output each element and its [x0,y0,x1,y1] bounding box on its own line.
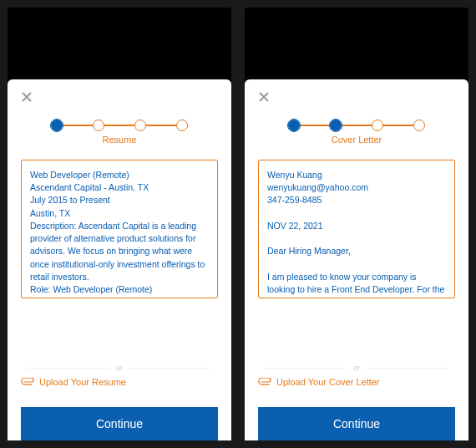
step-dot-3[interactable] [372,120,383,131]
close-button[interactable] [21,91,33,103]
step-line [342,125,372,126]
stepper [21,120,218,131]
step-dot-3[interactable] [134,120,146,131]
step-line [146,125,176,126]
coverletter-textarea[interactable]: Wenyu Kuang wenyukuang@yahoo.com 347-259… [258,160,455,298]
step-dot-2[interactable] [93,120,104,131]
attachment-icon [258,378,271,386]
step-dot-1[interactable] [51,120,63,131]
close-button[interactable] [258,91,270,103]
stepper [258,120,455,131]
step-dot-1[interactable] [288,120,300,131]
step-line [300,125,330,126]
phone-right: Cover Letter Wenyu Kuang wenyukuang@yaho… [245,8,468,440]
step-label: Cover Letter [258,135,455,145]
continue-button[interactable]: Continue [258,407,455,440]
step-dot-4[interactable] [176,120,188,131]
step-line [104,125,134,126]
step-line [383,125,413,126]
upload-coverletter-link[interactable]: Upload Your Cover Letter [258,377,455,387]
close-icon [21,91,33,103]
step-dot-4[interactable] [413,120,425,131]
resume-textarea[interactable]: Web Developer (Remote) Ascendant Capital… [21,160,218,298]
phone-left: Resume Web Developer (Remote) Ascendant … [8,8,231,440]
upload-resume-link[interactable]: Upload Your Resume [21,377,218,387]
upload-label: Upload Your Cover Letter [276,377,380,387]
card-resume: Resume Web Developer (Remote) Ascendant … [8,79,231,440]
upload-label: Upload Your Resume [39,377,126,387]
close-icon [258,91,270,103]
step-label: Resume [21,135,218,145]
or-divider: or [258,364,455,372]
attachment-icon [21,378,34,386]
continue-button[interactable]: Continue [21,407,218,440]
step-line [63,125,93,126]
step-dot-2[interactable] [330,120,342,131]
card-coverletter: Cover Letter Wenyu Kuang wenyukuang@yaho… [245,79,468,440]
or-divider: or [21,364,218,372]
